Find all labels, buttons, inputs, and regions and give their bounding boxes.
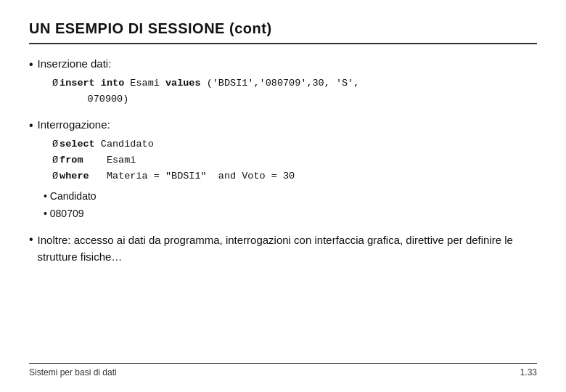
sub-bullet-text-candidato: • Candidato: [44, 188, 97, 205]
bullet-dot-3: •: [29, 232, 33, 246]
arrow-from: Ø: [52, 152, 58, 168]
bullet-dot-1: •: [29, 57, 33, 71]
section-label-interrogazione: • Interrogazione:: [29, 118, 537, 132]
code-indent: 070900): [52, 91, 128, 107]
arrow-select: Ø: [52, 136, 58, 152]
bullet-dot-2: •: [29, 118, 33, 132]
code-line-insert: Ø insert into Esami values ('BDSI1','080…: [52, 75, 537, 91]
code-where: where Materia = "BDSI1" and Voto = 30: [60, 168, 295, 184]
sub-bullet-date: • 080709: [44, 205, 537, 223]
code-from: from Esami: [60, 152, 136, 168]
section-text-inserzione: Inserzione dati:: [38, 57, 112, 70]
footer-left: Sistemi per basi di dati: [29, 367, 117, 377]
code-line-select: Ø select Candidato: [52, 136, 537, 152]
page-title: UN ESEMPIO DI SESSIONE (cont): [29, 20, 272, 36]
section-inserzione: • Inserzione dati: Ø insert into Esami v…: [29, 57, 537, 108]
section-label-inserzione: • Inserzione dati:: [29, 57, 537, 71]
code-kw-insert: insert into Esami values ('BDSI1','08070…: [60, 75, 359, 91]
code-select: select Candidato: [60, 136, 154, 152]
arrow-insert: Ø: [52, 75, 58, 91]
code-line-from: Ø from Esami: [52, 152, 537, 168]
sub-bullets: • Candidato • 080709: [44, 188, 537, 223]
code-block-inserzione: Ø insert into Esami values ('BDSI1','080…: [52, 75, 537, 108]
code-block-interrogazione: Ø select Candidato Ø from Esami Ø where …: [52, 136, 537, 185]
section-label-inoltre: • Inoltre: accesso ai dati da programma,…: [29, 232, 537, 265]
sub-bullet-candidato: • Candidato: [44, 188, 537, 205]
code-line-insert2: 070900): [52, 91, 537, 107]
arrow-where: Ø: [52, 168, 58, 184]
footer: Sistemi per basi di dati 1.33: [29, 363, 537, 377]
footer-right: 1.33: [520, 367, 537, 377]
page: UN ESEMPIO DI SESSIONE (cont) • Inserzio…: [0, 0, 566, 392]
title-area: UN ESEMPIO DI SESSIONE (cont): [29, 20, 537, 44]
section-interrogazione: • Interrogazione: Ø select Candidato Ø f…: [29, 118, 537, 223]
section-inoltre: • Inoltre: accesso ai dati da programma,…: [29, 232, 537, 269]
code-line-where: Ø where Materia = "BDSI1" and Voto = 30: [52, 168, 537, 184]
sub-bullet-text-date: • 080709: [44, 205, 84, 223]
section-text-inoltre: Inoltre: accesso ai dati da programma, i…: [38, 232, 537, 265]
section-text-interrogazione: Interrogazione:: [38, 118, 110, 131]
content-area: • Inserzione dati: Ø insert into Esami v…: [29, 57, 537, 363]
